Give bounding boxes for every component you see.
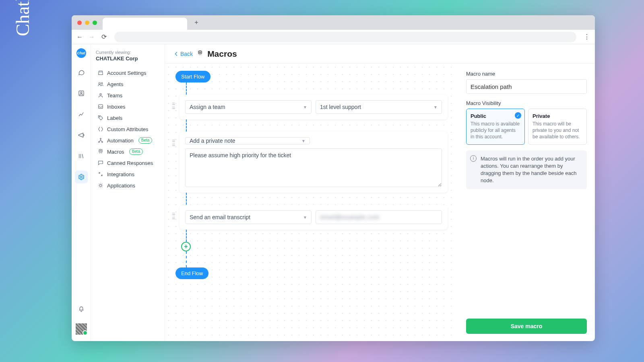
svg-point-1 — [80, 92, 82, 94]
sidebar-item-labels[interactable]: Labels — [96, 112, 160, 123]
info-icon: i — [470, 155, 477, 162]
svg-rect-15 — [198, 51, 202, 53]
notifications-icon[interactable] — [75, 302, 88, 315]
sidebar-item-teams[interactable]: Teams — [96, 90, 160, 101]
new-tab-button[interactable]: + — [193, 19, 200, 26]
settings-sidebar: Currently viewing: CHATLAKE Corp Account… — [91, 44, 165, 341]
sidebar-item-custom-attributes[interactable]: Custom Attributes — [96, 123, 160, 135]
app-shell: Chat — [72, 44, 595, 341]
visibility-private-card[interactable]: Private This macro will be private to yo… — [528, 109, 587, 145]
visibility-public-card[interactable]: ✓ Public This macro is available publicl… — [466, 109, 525, 145]
value-select[interactable]: 1st level support ▼ — [316, 100, 442, 114]
add-node-button[interactable]: + — [181, 242, 191, 251]
sidebar-item-applications[interactable]: Applications — [96, 180, 160, 191]
macro-node: Send an email transcript ▼ email@example… — [180, 205, 448, 230]
svg-rect-6 — [99, 105, 103, 108]
value-label: 1st level support — [320, 104, 361, 110]
sidebar-item-canned-responses[interactable]: Canned Responses — [96, 157, 160, 169]
sidebar-item-label: Macros — [107, 149, 124, 155]
macro-icon — [197, 50, 203, 58]
forward-button[interactable]: → — [88, 33, 96, 41]
note-textarea[interactable] — [185, 148, 442, 187]
info-callout: i Macros will run in the order you add y… — [466, 150, 587, 189]
drag-handle-icon[interactable]: ≡≡ — [170, 132, 177, 147]
action-label: Add a private note — [190, 138, 235, 144]
chevron-down-icon: ▼ — [301, 139, 305, 143]
sidebar-item-agents[interactable]: Agents — [96, 78, 160, 90]
svg-point-8 — [100, 138, 101, 140]
sidebar-item-automation[interactable]: Automation Beta — [96, 135, 160, 146]
nav-settings-icon[interactable] — [75, 171, 88, 183]
sidebar-item-label: Teams — [107, 93, 122, 99]
visibility-title: Public — [471, 113, 520, 119]
svg-point-9 — [99, 142, 100, 143]
back-label: Back — [180, 51, 193, 57]
info-text: Macros will run in the order you add you… — [481, 156, 577, 184]
sidebar-item-integrations[interactable]: Integrations — [96, 169, 160, 180]
svg-point-16 — [199, 52, 200, 52]
check-icon: ✓ — [515, 112, 521, 119]
primary-nav-rail: Chat — [72, 44, 91, 341]
email-value: email@example.com — [320, 214, 380, 220]
close-window[interactable] — [77, 21, 82, 25]
reload-button[interactable]: ⟳ — [100, 33, 108, 41]
chevron-down-icon: ▼ — [303, 215, 307, 220]
action-label: Send an email transcript — [190, 214, 250, 220]
action-label: Assign a team — [190, 104, 225, 110]
flow-canvas: Start Flow ≡≡ Assign a team ▼ 1st level — [165, 64, 458, 341]
end-flow-pill: End Flow — [175, 267, 208, 279]
macro-properties-panel: Macro name Escalation path Macro Visibil… — [458, 64, 595, 341]
sidebar-item-macros[interactable]: Macros Beta — [96, 146, 160, 157]
address-bar[interactable] — [114, 32, 576, 42]
nav-library-icon[interactable] — [75, 150, 88, 162]
svg-point-3 — [99, 82, 100, 84]
chevron-down-icon: ▼ — [303, 105, 307, 109]
svg-point-14 — [99, 184, 101, 186]
currently-viewing-label: Currently viewing: — [96, 50, 160, 55]
save-macro-button[interactable]: Save macro — [466, 319, 587, 334]
action-select[interactable]: Assign a team ▼ — [185, 100, 312, 114]
chevron-down-icon: ▼ — [433, 105, 438, 109]
macro-name-value: Escalation path — [471, 83, 512, 90]
browser-menu-icon[interactable]: ⋮ — [583, 33, 591, 41]
svg-point-7 — [99, 116, 100, 117]
svg-point-12 — [100, 150, 100, 151]
browser-window: + ← → ⟳ ⋮ Chat — [72, 15, 595, 341]
svg-point-10 — [102, 142, 103, 143]
sidebar-item-label: Automation — [107, 138, 134, 144]
action-select[interactable]: Add a private note ▼ — [185, 137, 310, 144]
back-button[interactable]: ← — [76, 33, 84, 41]
nav-reports-icon[interactable] — [75, 108, 88, 121]
user-avatar[interactable] — [76, 323, 87, 335]
browser-tab[interactable] — [103, 18, 187, 30]
sidebar-item-inboxes[interactable]: Inboxes — [96, 101, 160, 112]
org-name: CHATLAKE Corp — [96, 56, 160, 62]
app-logo[interactable]: Chat — [76, 48, 86, 58]
email-input[interactable]: email@example.com — [316, 210, 442, 224]
minimize-window[interactable] — [85, 21, 89, 25]
beta-badge: Beta — [129, 148, 143, 155]
macro-name-label: Macro name — [466, 71, 587, 77]
sidebar-item-label: Integrations — [107, 171, 134, 177]
svg-point-4 — [101, 82, 103, 84]
action-select[interactable]: Send an email transcript ▼ — [185, 210, 312, 224]
sidebar-item-account-settings[interactable]: Account Settings — [96, 67, 160, 78]
sidebar-item-label: Agents — [107, 81, 123, 87]
drag-handle-icon[interactable]: ≡≡ — [170, 205, 177, 220]
nav-campaigns-icon[interactable] — [75, 129, 88, 142]
back-link[interactable]: Back — [173, 51, 193, 57]
macro-name-input[interactable]: Escalation path — [466, 79, 587, 94]
visibility-title: Private — [533, 113, 582, 119]
nav-conversations-icon[interactable] — [75, 66, 88, 79]
svg-rect-11 — [99, 150, 102, 152]
svg-point-2 — [80, 176, 82, 178]
sidebar-item-label: Inboxes — [107, 104, 126, 110]
visibility-label: Macro Visibility — [466, 100, 587, 106]
main-content: Back Macros Start Flow ≡≡ — [165, 44, 595, 341]
svg-point-17 — [200, 52, 201, 52]
drag-handle-icon[interactable]: ≡≡ — [170, 95, 177, 110]
maximize-window[interactable] — [93, 21, 97, 25]
sidebar-item-label: Account Settings — [107, 70, 147, 76]
nav-contacts-icon[interactable] — [75, 87, 88, 100]
window-controls — [77, 21, 97, 25]
